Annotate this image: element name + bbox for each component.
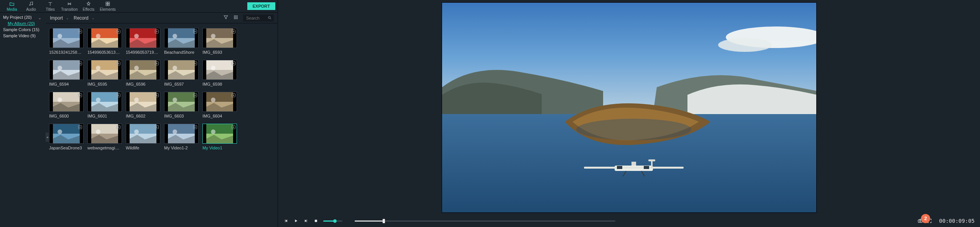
play-button[interactable] xyxy=(293,218,299,224)
add-tag-icon xyxy=(231,93,236,98)
media-thumbnail[interactable]: IMG_6604 xyxy=(202,92,237,118)
export-button[interactable]: EXPORT xyxy=(247,2,275,10)
add-tag-icon xyxy=(78,29,82,34)
thumbnail-image xyxy=(87,124,122,144)
chevron-down-icon: ⌄ xyxy=(92,16,95,20)
thumbnail-image xyxy=(164,124,199,144)
add-tag-icon xyxy=(231,125,236,129)
import-button[interactable]: Import ⌄ xyxy=(50,15,69,21)
tab-audio[interactable]: Audio xyxy=(21,0,41,12)
svg-point-74 xyxy=(58,129,62,134)
tab-elements[interactable]: Elements xyxy=(98,0,117,12)
prev-frame-button[interactable] xyxy=(283,218,289,224)
svg-point-0 xyxy=(30,4,30,5)
svg-point-22 xyxy=(134,34,139,38)
thumbnail-image xyxy=(126,28,160,48)
thumbnail-label: JapanSeaDrone3 xyxy=(49,146,84,150)
sidebar-item-project[interactable]: My Project (20) ⌄ xyxy=(2,14,44,20)
svg-rect-8 xyxy=(234,18,235,19)
media-thumbnail[interactable]: 1549960537191909_th... xyxy=(126,28,160,55)
media-thumbnail[interactable]: IMG_6595 xyxy=(87,60,122,86)
thumbnail-label: 1549960536133762_th... xyxy=(87,50,122,55)
svg-rect-2 xyxy=(234,15,235,16)
media-thumbnail[interactable]: My Video1-2 xyxy=(164,124,199,150)
svg-rect-98 xyxy=(584,167,684,169)
thumbnail-image xyxy=(202,92,237,112)
media-thumbnail[interactable]: 1526192412581494_large xyxy=(49,28,84,55)
add-tag-icon xyxy=(116,125,121,129)
volume-knob[interactable] xyxy=(333,219,337,223)
media-thumbnail[interactable]: IMG_6600 xyxy=(49,92,84,118)
search-wrap xyxy=(243,15,274,22)
media-thumbnail[interactable]: JapanSeaDrone3 xyxy=(49,124,84,150)
svg-point-46 xyxy=(173,66,177,70)
grid-view-icon[interactable] xyxy=(233,15,238,21)
thumbnail-label: IMG_6594 xyxy=(49,82,84,86)
add-tag-icon xyxy=(116,29,121,34)
sidebar-item-colors[interactable]: Sample Colors (15) xyxy=(2,27,44,33)
next-frame-button[interactable] xyxy=(303,218,309,224)
thumbnail-label: 1549960537191909_th... xyxy=(126,50,160,55)
svg-rect-103 xyxy=(648,159,655,161)
media-thumbnail[interactable]: My Video1 xyxy=(202,124,237,150)
stop-button[interactable] xyxy=(313,218,319,224)
thumbnail-label: IMG_6604 xyxy=(202,114,237,118)
media-thumbnail[interactable]: IMG_6603 xyxy=(164,92,199,118)
svg-point-42 xyxy=(134,66,139,70)
volume-slider[interactable] xyxy=(323,220,342,222)
sidebar-item-album[interactable]: My Album (20) xyxy=(2,20,44,27)
svg-point-86 xyxy=(173,129,177,134)
thumbnail-label: 1526192412581494_large xyxy=(49,50,84,55)
media-thumbnail[interactable]: 1549960536133762_th... xyxy=(87,28,122,55)
collapse-handle[interactable]: ◂ xyxy=(46,133,49,142)
chevron-down-icon: ⌄ xyxy=(38,15,41,20)
media-thumbnail[interactable]: Wildlife xyxy=(126,124,160,150)
add-tag-icon xyxy=(155,61,159,66)
import-label: Import xyxy=(50,15,63,21)
media-thumbnail[interactable]: IMG_6594 xyxy=(49,60,84,86)
video-preview[interactable] xyxy=(442,2,817,213)
svg-rect-9 xyxy=(235,18,236,19)
media-thumbnail[interactable]: IMG_6602 xyxy=(126,92,160,118)
media-thumbnail[interactable]: BeachandShore xyxy=(164,28,199,55)
sidebar-item-label: Sample Video (9) xyxy=(3,33,36,38)
filter-icon[interactable] xyxy=(223,15,229,21)
thumbnail-image xyxy=(49,92,84,112)
thumbnail-image xyxy=(126,60,160,80)
add-tag-icon xyxy=(155,93,159,98)
thumbnail-label: Wildlife xyxy=(126,146,160,150)
seek-slider[interactable] xyxy=(355,220,615,222)
media-thumbnail[interactable]: IMG_6596 xyxy=(126,60,160,86)
thumbnail-image xyxy=(202,124,237,144)
sidebar: My Project (20) ⌄ My Album (20) Sample C… xyxy=(0,13,46,227)
thumbnail-image xyxy=(164,60,199,80)
media-thumbnail[interactable]: webwxgetmsgimg (1) xyxy=(87,124,122,150)
search-input[interactable] xyxy=(243,15,274,22)
svg-rect-101 xyxy=(644,166,649,169)
record-button[interactable]: Record ⌄ xyxy=(74,15,95,21)
add-tag-icon xyxy=(155,29,159,34)
sidebar-item-samplevideo[interactable]: Sample Video (9) xyxy=(2,33,44,39)
media-thumbnail[interactable]: IMG_6593 xyxy=(202,28,237,55)
media-thumbnail[interactable]: IMG_6598 xyxy=(202,60,237,86)
thumbnail-label: BeachandShore xyxy=(164,50,199,55)
thumbnail-label: IMG_6602 xyxy=(126,114,160,118)
playback-controls: 00:00:09:05 xyxy=(278,215,980,227)
media-thumbnail[interactable]: IMG_6601 xyxy=(87,92,122,118)
thumbnail-image xyxy=(49,124,84,144)
tab-titles[interactable]: Titles xyxy=(41,0,60,12)
tab-effects[interactable]: Effects xyxy=(79,0,98,12)
seek-knob[interactable] xyxy=(383,219,385,223)
svg-point-1 xyxy=(32,4,33,5)
svg-rect-5 xyxy=(234,17,235,18)
svg-rect-3 xyxy=(235,15,236,16)
svg-rect-106 xyxy=(315,220,317,222)
add-tag-icon xyxy=(78,125,82,129)
tab-transition[interactable]: Transition xyxy=(60,0,79,12)
svg-point-62 xyxy=(134,98,139,102)
tab-media[interactable]: Media xyxy=(2,0,21,12)
media-thumbnail[interactable]: IMG_6597 xyxy=(164,60,199,86)
svg-point-66 xyxy=(173,98,177,102)
tab-label: Titles xyxy=(46,7,55,12)
elements-icon xyxy=(105,1,110,7)
